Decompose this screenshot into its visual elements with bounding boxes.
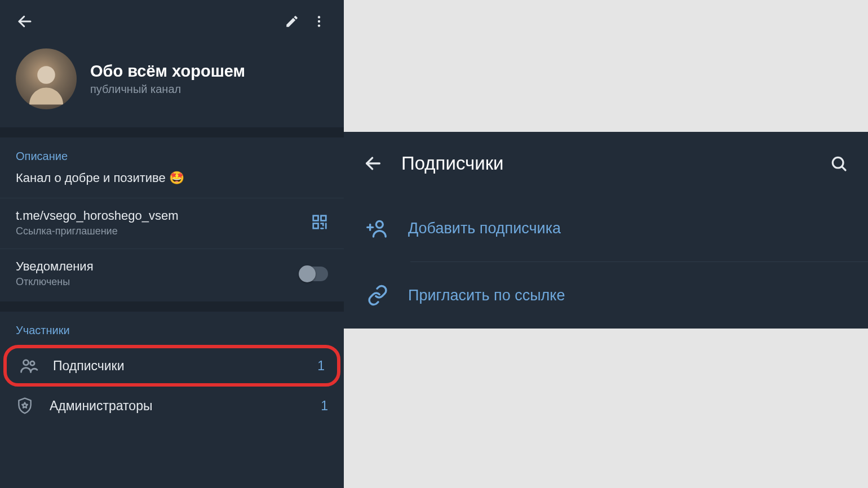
svg-point-1 bbox=[318, 16, 320, 18]
administrators-label: Администраторы bbox=[50, 398, 321, 414]
add-person-icon bbox=[366, 217, 389, 239]
svg-point-9 bbox=[30, 361, 34, 365]
heart-eyes-emoji: 🤩 bbox=[169, 171, 184, 185]
more-button[interactable] bbox=[305, 8, 333, 35]
members-section: Участники bbox=[0, 312, 344, 345]
channel-avatar[interactable] bbox=[16, 48, 77, 109]
svg-point-3 bbox=[318, 24, 320, 26]
edit-button[interactable] bbox=[278, 8, 305, 35]
invite-link-caption: Ссылка-приглашение bbox=[16, 225, 311, 237]
shield-star-icon bbox=[16, 397, 34, 415]
svg-point-4 bbox=[37, 66, 55, 84]
qr-button[interactable] bbox=[311, 214, 328, 233]
subscribers-screen: Подписчики Добавить подписчика Пригласит… bbox=[344, 132, 868, 329]
channel-info-screen: Обо всём хорошем публичный канал Описани… bbox=[0, 0, 344, 488]
people-icon bbox=[19, 356, 38, 375]
channel-type: публичный канал bbox=[90, 83, 245, 96]
more-vertical-icon bbox=[312, 14, 326, 29]
svg-line-12 bbox=[842, 167, 845, 170]
svg-rect-5 bbox=[313, 215, 318, 220]
channel-name: Обо всём хорошем bbox=[90, 62, 245, 81]
search-icon bbox=[830, 154, 848, 172]
subscribers-count: 1 bbox=[317, 358, 325, 374]
invite-by-link-row[interactable]: Пригласить по ссылке bbox=[344, 262, 868, 329]
description-section: Описание Канал о добре и позитиве 🤩 bbox=[0, 137, 344, 188]
invite-by-link-label: Пригласить по ссылке bbox=[408, 287, 565, 304]
add-subscriber-row[interactable]: Добавить подписчика bbox=[344, 195, 868, 261]
pencil-icon bbox=[285, 14, 299, 29]
arrow-left-icon bbox=[364, 154, 383, 173]
back-button[interactable] bbox=[360, 150, 387, 177]
search-button[interactable] bbox=[825, 150, 852, 177]
toggle-knob bbox=[299, 265, 316, 282]
channel-header-text: Обо всём хорошем публичный канал bbox=[90, 62, 245, 96]
subscribers-topbar: Подписчики bbox=[344, 132, 868, 195]
section-divider bbox=[0, 127, 344, 137]
notifications-row[interactable]: Уведомления Отключены bbox=[0, 249, 344, 301]
notifications-title: Уведомления bbox=[16, 259, 300, 274]
description-title: Описание bbox=[16, 150, 328, 163]
administrators-count: 1 bbox=[321, 398, 328, 414]
section-divider bbox=[0, 301, 344, 312]
blank-area bbox=[344, 0, 868, 132]
notifications-state: Отключены bbox=[16, 276, 300, 288]
svg-point-2 bbox=[318, 20, 320, 23]
svg-rect-7 bbox=[313, 223, 318, 228]
invite-link-url: t.me/vsego_horoshego_vsem bbox=[16, 208, 311, 223]
description-text: Канал о добре и позитиве 🤩 bbox=[16, 171, 328, 185]
arrow-left-icon bbox=[16, 13, 33, 30]
avatar-placeholder-icon bbox=[21, 58, 72, 109]
subscribers-screen-container: Подписчики Добавить подписчика Пригласит… bbox=[344, 0, 868, 488]
channel-header[interactable]: Обо всём хорошем публичный канал bbox=[0, 43, 344, 127]
subscribers-label: Подписчики bbox=[53, 358, 317, 374]
back-button[interactable] bbox=[11, 8, 38, 35]
description-text-value: Канал о добре и позитиве bbox=[16, 171, 166, 185]
subscribers-title: Подписчики bbox=[401, 153, 825, 174]
members-title: Участники bbox=[16, 324, 328, 337]
topbar bbox=[0, 0, 344, 43]
administrators-row[interactable]: Администраторы 1 bbox=[0, 387, 344, 425]
add-subscriber-label: Добавить подписчика bbox=[408, 220, 561, 237]
subscribers-row[interactable]: Подписчики 1 bbox=[3, 345, 340, 387]
svg-point-13 bbox=[376, 221, 383, 228]
invite-link-row[interactable]: t.me/vsego_horoshego_vsem Ссылка-приглаш… bbox=[0, 198, 344, 242]
qr-icon bbox=[311, 214, 328, 230]
svg-point-8 bbox=[24, 360, 29, 365]
svg-rect-6 bbox=[321, 215, 326, 220]
notifications-toggle[interactable] bbox=[300, 267, 328, 281]
link-icon bbox=[367, 285, 388, 306]
